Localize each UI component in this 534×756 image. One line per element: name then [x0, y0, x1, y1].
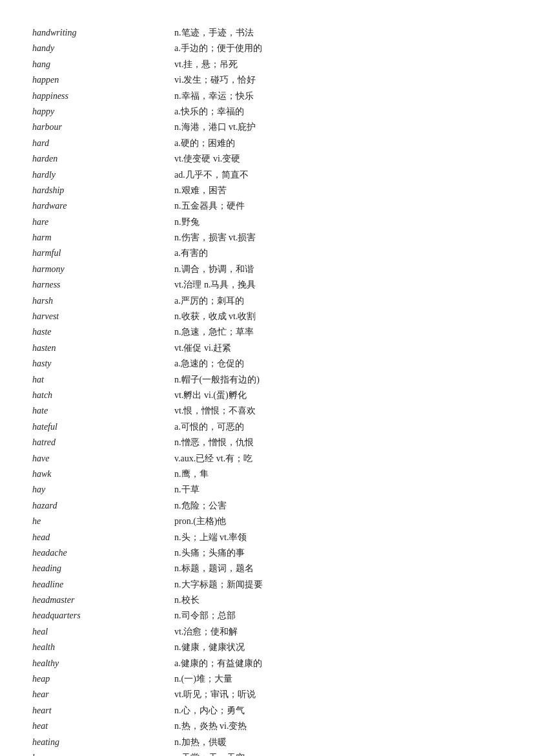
definition: vt.使变硬 vi.变硬 [174, 152, 502, 166]
word: harmony [32, 262, 174, 277]
definition: n.标题，题词，题名 [174, 562, 502, 576]
word: head [32, 530, 174, 545]
definition: n.海港，港口 vt.庇护 [174, 120, 502, 134]
dict-entry: harmfula.有害的 [32, 246, 502, 260]
dict-entry: handya.手边的；便于使用的 [32, 41, 502, 56]
definition: vt.治愈；使和解 [174, 625, 502, 639]
dict-entry: hatchvt.孵出 vi.(蛋)孵化 [32, 388, 502, 403]
definition: a.可恨的，可恶的 [174, 420, 502, 434]
definition: n.校长 [174, 593, 502, 607]
dict-entry: harmn.伤害，损害 vt.损害 [32, 231, 502, 245]
word: hatch [32, 388, 174, 403]
definition: n.头；上端 vt.率领 [174, 530, 502, 545]
definition: a.手边的；便于使用的 [174, 41, 502, 56]
dict-entry: hayn.干草 [32, 483, 502, 497]
word: harvest [32, 310, 174, 324]
dict-entry: headingn.标题，题词，题名 [32, 562, 502, 576]
definition: vt.恨，憎恨；不喜欢 [174, 404, 502, 418]
dict-entry: heartn.心，内心；勇气 [32, 704, 502, 718]
word: harness [32, 278, 174, 292]
definition: n.帽子(一般指有边的) [174, 373, 502, 387]
definition: n.鹰，隼 [174, 467, 502, 481]
word: hardship [32, 184, 174, 198]
dict-entry: healvt.治愈；使和解 [32, 625, 502, 639]
dict-entry: heatn.热，炎热 vi.变热 [32, 719, 502, 733]
dict-entry: hearvt.听见；审讯；听说 [32, 688, 502, 702]
definition: pron.(主格)他 [174, 514, 502, 529]
word: heap [32, 672, 174, 686]
dict-entry: happinessn.幸福，幸运；快乐 [32, 89, 502, 103]
definition: n.司令部；总部 [174, 609, 502, 623]
word: he [32, 514, 174, 529]
definition: vt.孵出 vi.(蛋)孵化 [174, 388, 502, 403]
definition: n.头痛；头痛的事 [174, 546, 502, 560]
definition: n.收获，收成 vt.收割 [174, 310, 502, 324]
definition: n.调合，协调，和谐 [174, 262, 502, 277]
word: happy [32, 105, 174, 119]
dict-entry: heapn.(一)堆；大量 [32, 672, 502, 686]
dict-entry: hatevt.恨，憎恨；不喜欢 [32, 404, 502, 418]
word: headmaster [32, 593, 174, 607]
word: hawk [32, 467, 174, 481]
definition: a.有害的 [174, 246, 502, 260]
word: headquarters [32, 609, 174, 623]
word: harden [32, 152, 174, 166]
dict-entry: headachen.头痛；头痛的事 [32, 546, 502, 560]
word: hard [32, 136, 174, 151]
word: hasten [32, 341, 174, 355]
dict-entry: headmastern.校长 [32, 593, 502, 607]
dict-entry: headquartersn.司令部；总部 [32, 609, 502, 623]
dict-entry: handwritingn.笔迹，手迹，书法 [32, 26, 502, 40]
word: heart [32, 704, 174, 718]
word: harmful [32, 246, 174, 260]
word: have [32, 452, 174, 466]
word: headline [32, 578, 174, 592]
dict-entry: hardlyad.几乎不，简直不 [32, 168, 502, 182]
word: hat [32, 373, 174, 387]
dict-entry: hepron.(主格)他 [32, 514, 502, 529]
definition: n.急速，急忙；草率 [174, 325, 502, 339]
dict-entry: havev.aux.已经 vt.有；吃 [32, 452, 502, 466]
definition: n.艰难，困苦 [174, 184, 502, 198]
word: haste [32, 325, 174, 339]
dict-entry: happya.快乐的；幸福的 [32, 105, 502, 119]
dict-entry: hazardn.危险；公害 [32, 499, 502, 513]
definition: n.五金器具；硬件 [174, 199, 502, 213]
word: heaven [32, 751, 174, 756]
dict-entry: hardenvt.使变硬 vi.变硬 [32, 152, 502, 166]
definition: n.健康，健康状况 [174, 640, 502, 655]
word: healthy [32, 656, 174, 671]
definition: n.加热，供暖 [174, 735, 502, 750]
word: happiness [32, 89, 174, 103]
definition: n.憎恶，憎恨，仇恨 [174, 436, 502, 450]
definition: a.快乐的；幸福的 [174, 105, 502, 119]
word: harm [32, 231, 174, 245]
word: hardware [32, 199, 174, 213]
definition: n.幸福，幸运；快乐 [174, 89, 502, 103]
definition: a.健康的；有益健康的 [174, 656, 502, 671]
dict-entry: harsha.严厉的；刺耳的 [32, 294, 502, 308]
dict-entry: heatingn.加热，供暖 [32, 735, 502, 750]
definition: vt.挂，悬；吊死 [174, 58, 502, 72]
definition: vt.听见；审讯；听说 [174, 688, 502, 702]
definition: n.大字标题；新闻提要 [174, 578, 502, 592]
definition: a.严厉的；刺耳的 [174, 294, 502, 308]
dict-entry: happenvi.发生；碰巧，恰好 [32, 73, 502, 87]
dictionary-list: handwritingn.笔迹，手迹，书法handya.手边的；便于使用的han… [32, 26, 502, 756]
word: heat [32, 719, 174, 733]
definition: n.天堂；天，天空 [174, 751, 502, 756]
word: hateful [32, 420, 174, 434]
definition: n.热，炎热 vi.变热 [174, 719, 502, 733]
dict-entry: hatredn.憎恶，憎恨，仇恨 [32, 436, 502, 450]
dict-entry: hastya.急速的；仓促的 [32, 357, 502, 371]
dict-entry: healthya.健康的；有益健康的 [32, 656, 502, 671]
word: hare [32, 215, 174, 229]
dict-entry: hardwaren.五金器具；硬件 [32, 199, 502, 213]
word: happen [32, 73, 174, 87]
dict-entry: harmonyn.调合，协调，和谐 [32, 262, 502, 277]
dict-entry: headn.头；上端 vt.率领 [32, 530, 502, 545]
dict-entry: hastenvt.催促 vi.赶紧 [32, 341, 502, 355]
dict-entry: hardshipn.艰难，困苦 [32, 184, 502, 198]
word: health [32, 640, 174, 655]
word: hatred [32, 436, 174, 450]
